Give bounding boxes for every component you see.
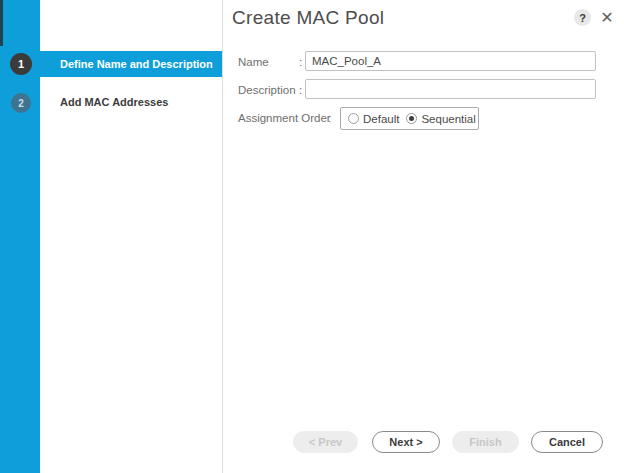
radio-option-label: Sequential: [421, 113, 475, 125]
step-label: Add MAC Addresses: [60, 96, 168, 108]
create-mac-pool-dialog: 1 Define Name and Description 2 Add MAC …: [0, 0, 624, 473]
radio-option-default[interactable]: Default: [348, 113, 399, 125]
window-left-edge: [0, 0, 3, 46]
name-label: Name: [238, 56, 269, 68]
step-label: Define Name and Description: [60, 51, 213, 77]
radio-unchecked-icon: [348, 113, 359, 124]
assignment-order-label: Assignment Order: [238, 112, 331, 124]
radio-checked-icon: [406, 113, 417, 124]
assignment-order-colon: :: [328, 112, 331, 124]
step-number-badge: 2: [11, 93, 31, 113]
help-icon[interactable]: ?: [574, 9, 591, 26]
sidebar-step-define-name-and-description[interactable]: 1 Define Name and Description: [0, 51, 222, 77]
assignment-order-radio-group: Default Sequential: [340, 107, 479, 130]
sidebar-step-add-mac-addresses[interactable]: 2 Add MAC Addresses: [0, 88, 222, 118]
name-colon: :: [299, 56, 302, 68]
description-colon: :: [299, 84, 302, 96]
radio-option-sequential[interactable]: Sequential: [406, 113, 475, 125]
steps-panel-divider: [222, 0, 223, 473]
description-input[interactable]: [305, 79, 596, 99]
radio-option-label: Default: [363, 113, 399, 125]
next-button[interactable]: Next >: [372, 431, 440, 453]
prev-button[interactable]: < Prev: [293, 431, 358, 453]
cancel-button[interactable]: Cancel: [531, 431, 603, 453]
page-title: Create MAC Pool: [232, 5, 384, 31]
description-label: Description: [238, 84, 296, 96]
name-input[interactable]: [305, 51, 596, 71]
close-icon[interactable]: ✕: [596, 6, 618, 28]
step-number-badge: 1: [10, 53, 32, 75]
finish-button[interactable]: Finish: [452, 431, 519, 453]
